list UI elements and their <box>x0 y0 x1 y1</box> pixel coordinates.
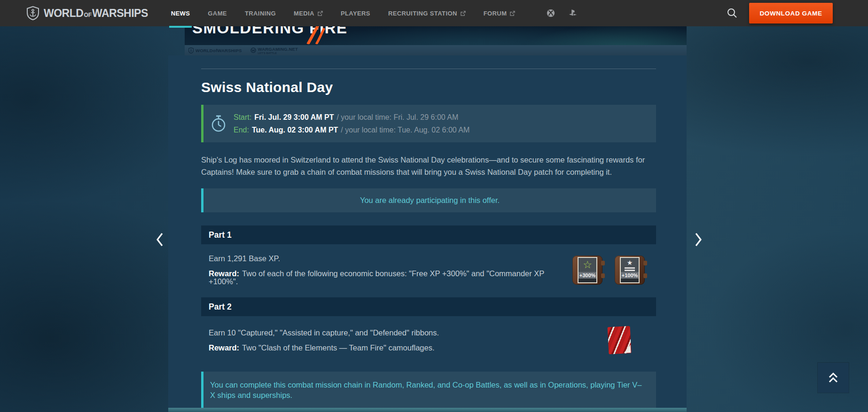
start-local-time: / your local time: Fri. Jul. 29 6:00 AM <box>336 113 458 121</box>
section-bottom-band <box>168 408 687 412</box>
external-link-icon <box>461 11 466 16</box>
part-1-body: Earn 1,291 Base XP. Reward:Two of each o… <box>201 244 656 291</box>
part-2-reward-line: Reward:Two "Clash of the Elements — Team… <box>209 344 608 352</box>
nav-right-controls: DOWNLOAD GAME <box>727 3 868 23</box>
nav-item-label: GAME <box>208 10 227 17</box>
schedule-lines: Start:Fri. Jul. 29 3:00 AM PT/ your loca… <box>234 105 469 142</box>
mission-part-2: Part 2 Earn 10 "Captured," "Assisted in … <box>201 297 656 359</box>
playstation-icon[interactable] <box>568 9 578 17</box>
start-label: Start: <box>234 113 251 121</box>
shield-anchor-icon <box>27 6 39 20</box>
bonus-value: +300% <box>579 272 596 279</box>
title-divider <box>201 69 656 69</box>
external-link-icon <box>510 11 515 16</box>
end-label: End: <box>234 126 249 134</box>
part-1-reward-text: Two of each of the following economic bo… <box>209 269 544 286</box>
nav-item-label: PLAYERS <box>341 10 370 17</box>
main-menu: NEWS GAME TRAINING MEDIA PLAYERS RECRUIT… <box>162 0 524 26</box>
part-1-header: Part 1 <box>201 225 656 244</box>
part-1-reward-line: Reward:Two of each of the following econ… <box>209 270 572 286</box>
participation-notice: You are already participating in this of… <box>201 188 656 212</box>
flame-icon <box>303 26 328 45</box>
banner-wows-brand-text: WORLDofWARSHIPS <box>195 48 242 53</box>
stopwatch-icon <box>211 115 227 132</box>
xbox-icon[interactable] <box>547 9 555 17</box>
banner-image: SMOLDERING FIRE <box>185 26 687 45</box>
event-description: Ship's Log has moored in Switzerland to … <box>201 154 647 178</box>
nav-item-training[interactable]: TRAINING <box>236 0 285 26</box>
end-value: Tue. Aug. 02 3:00 AM PT <box>252 126 338 134</box>
banner-wargaming-text: WARGAMING.NET <box>258 47 298 52</box>
page-title: Swiss National Day <box>201 79 656 95</box>
nav-item-recruiting-station[interactable]: RECRUITING STATION <box>379 0 475 26</box>
wargaming-icon <box>250 47 256 53</box>
banner-brand-strip: WORLDofWARSHIPS WARGAMING.NET LET'S BATT… <box>185 45 687 55</box>
part-1-task: Earn 1,291 Base XP. <box>209 255 572 263</box>
logo-word-world: WORLD <box>44 7 83 19</box>
top-navigation-bar: WORLDOFWARSHIPS NEWS GAME TRAINING MEDIA… <box>0 0 868 26</box>
part-2-reward-text: Two "Clash of the Elements — Team Fire" … <box>242 343 434 352</box>
camouflage-icon <box>608 326 632 354</box>
mission-part-1: Part 1 Earn 1,291 Base XP. Reward:Two of… <box>201 225 656 291</box>
platform-links <box>547 9 578 17</box>
part-2-body: Earn 10 "Captured," "Assisted in capture… <box>201 316 656 359</box>
end-local-time: / your local time: Tue. Aug. 02 6:00 AM <box>341 126 469 134</box>
nav-item-label: RECRUITING STATION <box>388 10 457 17</box>
download-game-button[interactable]: DOWNLOAD GAME <box>749 3 833 23</box>
nav-item-players[interactable]: PLAYERS <box>332 0 379 26</box>
article-banner[interactable]: SMOLDERING FIRE WORLDofWARSHIPS WARGAMIN… <box>185 26 687 55</box>
part-2-reward-icons <box>608 326 645 354</box>
reward-label: Reward: <box>209 343 239 352</box>
nav-item-label: MEDIA <box>294 10 314 17</box>
start-value: Fri. Jul. 29 3:00 AM PT <box>254 113 334 121</box>
logo-word-warships: WARSHIPS <box>92 7 148 19</box>
logo-wordmark: WORLDOFWARSHIPS <box>44 7 148 20</box>
scroll-to-top-button[interactable] <box>818 363 849 393</box>
commander-xp-bonus-icon: ★ +100% <box>615 256 645 285</box>
carousel-prev-button[interactable] <box>155 232 164 249</box>
nav-item-label: NEWS <box>171 10 190 17</box>
nav-item-label: FORUM <box>484 10 507 17</box>
star-icon: ★ <box>627 259 633 266</box>
event-schedule-box: Start:Fri. Jul. 29 3:00 AM PT/ your loca… <box>201 105 656 142</box>
star-outline-icon: ☆ <box>583 258 592 272</box>
double-chevron-up-icon <box>826 372 840 384</box>
free-xp-bonus-icon: ☆ +300% <box>572 256 602 285</box>
logo-word-of: OF <box>83 12 92 18</box>
search-icon[interactable] <box>727 8 738 19</box>
nav-item-news[interactable]: NEWS <box>162 0 199 26</box>
nav-item-label: TRAINING <box>245 10 276 17</box>
rank-stripes-icon <box>625 267 635 271</box>
banner-wows-brand: WORLDofWARSHIPS <box>188 47 242 54</box>
part-1-reward-icons: ☆ +300% ★ +100% <box>572 256 645 285</box>
part-2-task: Earn 10 "Captured," "Assisted in capture… <box>209 329 608 337</box>
nav-item-forum[interactable]: FORUM <box>475 0 524 26</box>
chevron-right-icon <box>694 232 703 247</box>
wows-logo[interactable]: WORLDOFWARSHIPS <box>27 6 148 20</box>
schedule-end-line: End:Tue. Aug. 02 3:00 AM PT/ your local … <box>234 124 469 136</box>
schedule-start-line: Start:Fri. Jul. 29 3:00 AM PT/ your loca… <box>234 111 469 124</box>
reward-label: Reward: <box>209 269 239 278</box>
battle-types-notice: You can complete this combat mission cha… <box>201 372 656 408</box>
shield-anchor-icon <box>188 47 194 54</box>
external-link-icon <box>318 11 323 16</box>
bonus-value: +100% <box>621 272 639 279</box>
banner-wargaming-subtext: LET'S BATTLE <box>258 52 298 54</box>
part-2-header: Part 2 <box>201 297 656 316</box>
nav-item-game[interactable]: GAME <box>199 0 236 26</box>
carousel-next-button[interactable] <box>694 232 703 249</box>
nav-item-media[interactable]: MEDIA <box>285 0 332 26</box>
article-panel: Swiss National Day Start:Fri. Jul. 29 3:… <box>168 55 687 412</box>
banner-wargaming-brand: WARGAMING.NET LET'S BATTLE <box>250 47 298 54</box>
chevron-left-icon <box>155 232 164 247</box>
